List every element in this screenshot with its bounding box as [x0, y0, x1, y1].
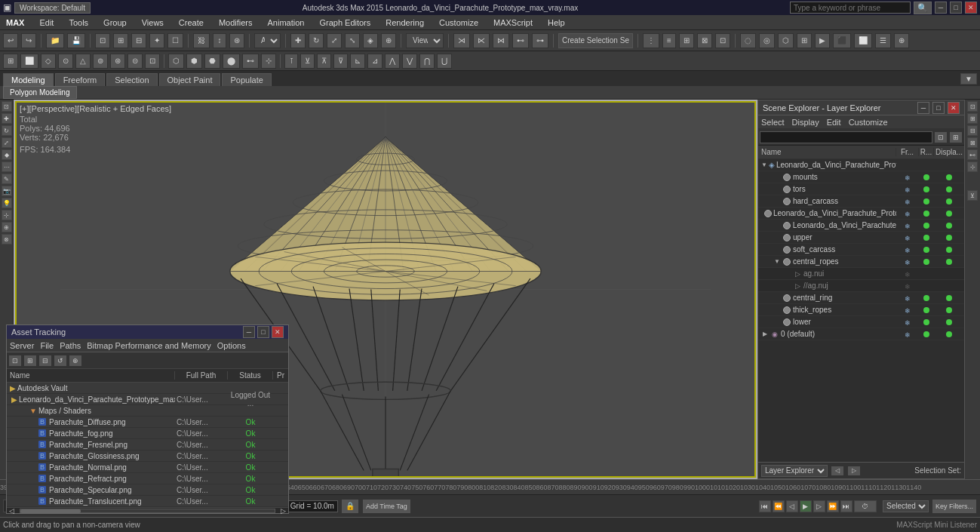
save-btn[interactable]: 💾 [67, 33, 85, 48]
se-expand-hard[interactable] [773, 198, 781, 205]
select5-btn[interactable]: ☐ [167, 33, 183, 48]
menu-group[interactable]: Group [100, 17, 130, 29]
se-minimize[interactable]: ─ [917, 102, 929, 114]
se-row-agnui[interactable]: ▷ ag.nui ❄ [758, 268, 964, 280]
se-expand-lower[interactable] [773, 318, 781, 326]
align2-btn[interactable]: ⊞ [679, 33, 694, 48]
asset-restore[interactable]: □ [257, 326, 269, 338]
search-input[interactable] [790, 2, 911, 14]
menu-maxscript[interactable]: MAXScript [490, 17, 536, 29]
paint-btn9[interactable]: ⋂ [419, 54, 435, 69]
rt-btn6[interactable]: ⊹ [967, 161, 978, 172]
rt-btn5[interactable]: ⊷ [967, 149, 978, 160]
left-btn-system[interactable]: ⊗ [2, 234, 12, 244]
lock-btn[interactable]: 🔒 [341, 499, 359, 514]
asset-menu-options[interactable]: Options [217, 341, 246, 350]
scale-btn[interactable]: ⤢ [327, 33, 342, 48]
at-btn3[interactable]: ⊟ [38, 355, 52, 367]
se-expand-mounts[interactable] [773, 174, 781, 181]
tab-expand-btn[interactable]: ▼ [960, 73, 977, 85]
workspace-dropdown[interactable]: Workspace: Default [14, 2, 91, 14]
view-dropdown[interactable]: View [406, 33, 444, 48]
render2-btn[interactable]: ⬛ [833, 33, 851, 48]
paint-btn3[interactable]: ⊼ [317, 54, 331, 69]
at-btn2[interactable]: ⊞ [23, 355, 37, 367]
left-btn-paint[interactable]: ✎ [2, 174, 12, 184]
at-row-diffuse[interactable]: B Parachute_Diffuse.png C:\User... Ok [7, 417, 288, 428]
render5-btn[interactable]: ⊕ [894, 33, 909, 48]
snap-btn[interactable]: ⋊ [453, 33, 470, 48]
obj-btn6[interactable]: ⊚ [93, 54, 108, 69]
at-refresh-btn[interactable]: ↺ [54, 355, 67, 367]
transform-btn[interactable]: ⊕ [381, 33, 396, 48]
menu-animation[interactable]: Animation [265, 17, 308, 29]
at-btn1[interactable]: ⊡ [8, 355, 22, 367]
se-expand-root[interactable]: ▼ [761, 161, 767, 169]
se-close[interactable]: ✕ [948, 102, 960, 114]
move-btn[interactable]: ✚ [290, 33, 306, 48]
se-row-soft[interactable]: soft_carcass ❄ [758, 244, 964, 256]
obj-btn8[interactable]: ⊝ [127, 54, 143, 69]
rt-btn2[interactable]: ⊞ [967, 113, 978, 124]
se-menu-edit[interactable]: Edit [827, 118, 841, 127]
se-row-lower[interactable]: lower ❄ [758, 316, 964, 328]
tab-modeling[interactable]: Modeling [3, 73, 54, 86]
material-btn[interactable]: ⬡ [778, 33, 794, 48]
se-btn2[interactable]: ⊞ [949, 131, 963, 143]
at-row-fog[interactable]: B Parachute_fog.png C:\User... Ok [7, 428, 288, 439]
unlink-btn[interactable]: ↕ [213, 33, 226, 48]
at-row-specular[interactable]: B Parachute_Specular.png C:\User... Ok [7, 484, 288, 496]
select3-btn[interactable]: ⊟ [131, 33, 146, 48]
at-locate-btn[interactable]: ⊕ [69, 355, 82, 367]
se-row-agnuj[interactable]: ▷ //ag.nuj ❄ [758, 280, 964, 292]
at-row-glossiness[interactable]: B Parachute_Glossiness.png C:\User... Ok [7, 451, 288, 462]
se-row-root[interactable]: ▼ ◈ Leonardo_da_Vinci_Parachute_Prototyp… [758, 159, 964, 171]
link-btn[interactable]: ⛓ [193, 33, 210, 48]
paint-btn8[interactable]: ⋁ [402, 54, 417, 69]
se-btn1[interactable]: ⊡ [934, 131, 948, 143]
tab-freeform[interactable]: Freeform [55, 73, 106, 86]
menu-graph-editors[interactable]: Graph Editors [316, 17, 373, 29]
se-menu-display[interactable]: Display [792, 118, 819, 127]
se-view-dropdown[interactable]: Layer Explorer [761, 465, 828, 477]
rt-btn3[interactable]: ⊟ [967, 125, 978, 136]
tab-selection[interactable]: Selection [106, 73, 157, 86]
asset-scrollbar-thumb[interactable] [20, 509, 81, 513]
left-btn-spline[interactable]: ⋯ [2, 161, 12, 172]
at-scroll-left[interactable]: ◁ [7, 507, 17, 515]
rt-btn7[interactable]: ⊻ [967, 190, 978, 201]
paint-btn1[interactable]: ⊺ [284, 54, 298, 69]
at-row-normal[interactable]: B Parachute_Normal.png C:\User... Ok [7, 462, 288, 473]
left-btn-helper[interactable]: ⊹ [2, 210, 12, 220]
se-expand-tors[interactable] [773, 186, 781, 193]
se-row-proto[interactable]: Leonardo_da_Vinci_Parachute_Prototype ❄ [758, 208, 964, 220]
se-row-cring[interactable]: central_ring ❄ [758, 292, 964, 304]
mode-btn4[interactable]: ⬤ [223, 54, 240, 69]
pb-time[interactable]: ⏱ [854, 500, 877, 512]
asset-menu-bitmap[interactable]: Bitmap Performance and Memory [87, 341, 210, 350]
undo-btn[interactable]: ↩ [3, 33, 18, 48]
se-expand-upper[interactable] [773, 234, 781, 241]
select2-btn[interactable]: ⊞ [113, 33, 128, 48]
menu-customize[interactable]: Customize [436, 17, 481, 29]
add-time-tag-btn[interactable]: Add Time Tag [362, 499, 411, 514]
se-row-central-ropes[interactable]: ▼ central_ropes ❄ [758, 256, 964, 268]
menu-max[interactable]: MAX [3, 17, 27, 29]
menu-tools[interactable]: Tools [66, 17, 91, 29]
menu-help[interactable]: Help [545, 17, 568, 29]
curve2-btn[interactable]: ◎ [759, 33, 775, 48]
se-expand-agnui[interactable] [784, 270, 791, 278]
se-restore[interactable]: □ [932, 102, 945, 114]
menu-create[interactable]: Create [176, 17, 207, 29]
pb-start[interactable]: ⏮ [759, 500, 771, 512]
left-btn-space[interactable]: ⊕ [2, 222, 12, 232]
snap5-btn[interactable]: ⊶ [532, 33, 548, 48]
asset-scrollbar-track[interactable] [20, 509, 275, 513]
asset-scrollbar[interactable]: ◁ ▷ [7, 507, 288, 513]
se-row-thick[interactable]: thick_ropes ❄ [758, 304, 964, 316]
key-filters-btn[interactable]: Key Filters... [932, 499, 977, 514]
mode-btn1[interactable]: ⬡ [168, 54, 184, 69]
open-btn[interactable]: 📁 [46, 33, 64, 48]
paint-btn10[interactable]: ⋃ [437, 54, 452, 69]
render4-btn[interactable]: ☰ [875, 33, 891, 48]
